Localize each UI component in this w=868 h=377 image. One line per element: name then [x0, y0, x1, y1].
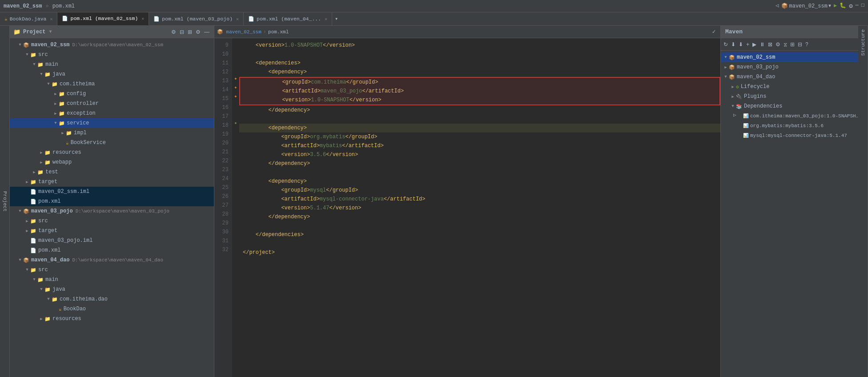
tree-pom-pojo[interactable]: 📄 pom.xml	[10, 245, 214, 255]
maven-lifecycle-icon: ⚙	[736, 84, 739, 90]
maven-download-btn[interactable]: ⬇	[730, 40, 736, 48]
maven-refresh-btn[interactable]: ↻	[723, 40, 729, 48]
tree-bookservice[interactable]: ☕ BookService	[10, 138, 214, 148]
project-header-actions: ⚙ ⊟ ⊞ ⚙ —	[170, 28, 210, 36]
tree-exception[interactable]: ▶ 📁 exception	[10, 108, 214, 118]
tab-pom-dao-close[interactable]: ✕	[325, 16, 327, 22]
tab-bookdao-close[interactable]: ✕	[50, 16, 52, 22]
settings-icon[interactable]: ⚙	[849, 2, 852, 10]
maven-module-icon-03: 📦	[729, 64, 735, 70]
maven-module-icon-04: 📦	[729, 74, 735, 80]
tab-overflow[interactable]: ▾	[332, 12, 341, 25]
tree-webapp[interactable]: ▶ 📁 webapp	[10, 157, 214, 167]
checkmark-btn[interactable]: ✓	[710, 28, 718, 36]
label-maven-04-dao: maven_04_dao	[31, 257, 69, 263]
tab-pom-ssm-close[interactable]: ✕	[141, 16, 144, 21]
tree-controller[interactable]: ▶ 📁 controller	[10, 99, 214, 108]
label-main-dao: main	[45, 277, 58, 283]
tree-target-pojo[interactable]: ▶ 📁 target	[10, 226, 214, 236]
xml-icon-pom-ssm: 📄	[30, 199, 36, 205]
tree-com-dao[interactable]: ▼ 📁 com.itheima.dao	[10, 294, 214, 304]
maven-stop-btn[interactable]: ⏸	[759, 40, 766, 48]
tab-bookdao[interactable]: ☕ BookDao.java ✕	[0, 12, 57, 25]
code-line-24: <dependency>	[239, 177, 720, 186]
debug-icon[interactable]: 🐛	[840, 2, 846, 10]
expand-all-btn[interactable]: ⊞	[187, 28, 193, 36]
maven-label-dep-mysql: mysql:mysql-connector-java:5.1.47	[750, 133, 847, 138]
maven-expand-btn[interactable]: ⊞	[789, 40, 796, 48]
tree-resources-dao[interactable]: ▶ 📁 resources	[10, 314, 214, 324]
maven-run-btn[interactable]: ▶	[751, 40, 757, 48]
tree-maven-04-dao[interactable]: ▼ 📦 maven_04_dao D:\workspace\maven\mave…	[10, 255, 214, 265]
java-bookdao-icon: ☕	[59, 306, 62, 312]
tree-src-pojo[interactable]: ▶ 📁 src	[10, 216, 214, 226]
tab-pom-ssm[interactable]: 📄 pom.xml (maven_02_ssm) ✕	[57, 12, 149, 25]
maven-item-03-pojo[interactable]: ▶ 📦 maven_03_pojo	[721, 62, 858, 72]
tree-iml-pojo[interactable]: 📄 maven_03_pojo.iml	[10, 236, 214, 245]
structure-label[interactable]: Structure	[859, 26, 868, 59]
maven-item-dep-pojo[interactable]: 📊 com.itheima:maven_03_pojo:1.0-SNAPSH…	[721, 111, 858, 121]
title-file: pom.xml	[52, 3, 75, 9]
maven-item-02-ssm[interactable]: ▼ 📦 maven_02_ssm	[721, 52, 858, 62]
tree-impl[interactable]: ▶ 📁 impl	[10, 128, 214, 138]
tree-main[interactable]: ▼ 📁 main	[10, 60, 214, 69]
tree-src-dao[interactable]: ▼ 📁 src	[10, 265, 214, 275]
folder-src-pojo-icon: 📁	[30, 218, 36, 224]
header-dropdown-icon[interactable]: ▼	[49, 29, 52, 34]
tree-test[interactable]: ▶ 📁 test	[10, 167, 214, 177]
maven-skip-btn[interactable]: ⊠	[767, 40, 773, 48]
path-maven-02-ssm: D:\workspace\maven\maven_02_ssm	[72, 42, 163, 48]
tree-pom-ssm[interactable]: 📄 pom.xml	[10, 197, 214, 206]
minus-btn[interactable]: —	[203, 28, 210, 36]
minimize-icon[interactable]: —	[856, 2, 859, 10]
code-line-23	[239, 168, 720, 177]
editor-toolbar: 📦 maven_02_ssm › pom.xml ✓	[214, 26, 720, 38]
tree-main-dao[interactable]: ▼ 📁 main	[10, 275, 214, 285]
tree-com-itheima[interactable]: ▼ 📁 com.itheima	[10, 79, 214, 89]
tree-java[interactable]: ▼ 📁 java	[10, 69, 214, 79]
maven-item-plugins[interactable]: ▶ 🔌 Plugins	[721, 92, 858, 101]
tree-maven-02-ssm[interactable]: ▼ 📦 maven_02_ssm D:\workspace\maven\mave…	[10, 40, 214, 50]
label-iml-pojo: maven_03_pojo.iml	[38, 237, 92, 244]
maximize-icon[interactable]: □	[861, 2, 864, 10]
tree-config[interactable]: ▶ 📁 config	[10, 89, 214, 99]
tree-java-dao[interactable]: ▼ 📁 java	[10, 285, 214, 294]
tab-pom-pojo-close[interactable]: ✕	[236, 16, 239, 22]
tree-src[interactable]: ▼ 📁 src	[10, 50, 214, 60]
maven-item-dep-mysql[interactable]: 📊 mysql:mysql-connector-java:5.1.47	[721, 131, 858, 140]
run-icon[interactable]: ▶	[834, 2, 837, 10]
tree-resources[interactable]: ▶ 📁 resources	[10, 148, 214, 157]
collapse-all-btn[interactable]: ⊟	[179, 28, 185, 36]
code-content[interactable]: <version>1.0-SNAPSHOT</version> <depende…	[239, 38, 720, 377]
maven-add-btn[interactable]: +	[745, 40, 750, 48]
code-line-27: <version>5.1.47</version>	[239, 204, 720, 213]
project-header: 📁 Project ▼ ⚙ ⊟ ⊞ ⚙ —	[10, 26, 214, 38]
project-side-label[interactable]: Project	[0, 26, 10, 377]
maven-dropdown[interactable]: 📦 maven_02_ssm ▼	[781, 2, 831, 10]
tab-pom-dao[interactable]: 📄 pom.xml (maven_04_... ✕	[244, 12, 332, 25]
maven-docs-btn[interactable]: ?	[804, 40, 809, 48]
maven-item-dep-mybatis[interactable]: 📊 org.mybatis:mybatis:3.5.6	[721, 121, 858, 131]
maven-download-sources-btn[interactable]: ⬇	[738, 40, 744, 48]
tree-service[interactable]: ▼ 📁 service	[10, 118, 214, 128]
nav-back-icon[interactable]: ◁	[776, 2, 779, 10]
maven-item-04-dao[interactable]: ▼ 📦 maven_04_dao	[721, 72, 858, 82]
tree-iml-ssm[interactable]: 📄 maven_02_ssm.iml	[10, 187, 214, 197]
tree-maven-03-pojo[interactable]: ▼ 📦 maven_03_pojo D:\workspace\maven\mav…	[10, 206, 214, 216]
main-content: Project 📁 Project ▼ ⚙ ⊟ ⊞ ⚙ — ▼ 📦 maven_…	[0, 26, 868, 377]
maven-collapse-btn[interactable]: ⊟	[797, 40, 803, 48]
maven-item-dependencies[interactable]: ▼ 📚 Dependencies	[721, 101, 858, 111]
folder-config-icon: 📁	[59, 91, 65, 97]
tree-bookdao[interactable]: ☕ BookDao	[10, 304, 214, 314]
maven-filter-btn[interactable]: ⧖	[783, 40, 788, 48]
maven-title: Maven	[725, 28, 743, 35]
folder-resources-icon: 📁	[44, 150, 51, 156]
settings-wheel-btn[interactable]: ⚙	[170, 28, 177, 36]
maven-item-lifecycle[interactable]: ▶ ⚙ Lifecycle	[721, 82, 858, 92]
gear-btn[interactable]: ⚙	[195, 28, 201, 36]
tab-pom-pojo[interactable]: 📄 pom.xml (maven_03_pojo) ✕	[149, 12, 244, 25]
folder-icon: 📁	[13, 28, 20, 36]
tree-target[interactable]: ▶ 📁 target	[10, 177, 214, 187]
maven-settings-btn[interactable]: ⚙	[775, 40, 781, 48]
maven-label-04-dao: maven_04_dao	[737, 74, 775, 80]
